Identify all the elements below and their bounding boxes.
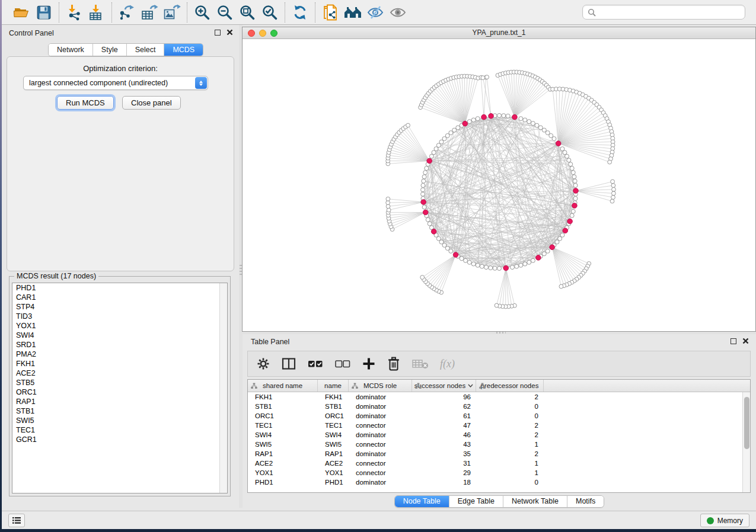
save-session-button[interactable] — [33, 2, 55, 23]
float-panel-icon[interactable] — [215, 30, 221, 36]
task-list-button[interactable] — [8, 514, 25, 527]
delete-columns-button[interactable] — [387, 356, 401, 371]
graph-node[interactable] — [527, 120, 531, 124]
export-image-button[interactable] — [161, 2, 183, 23]
cell-MCDS-role[interactable]: dominator — [349, 402, 412, 411]
graph-node[interactable] — [429, 154, 433, 158]
cell-MCDS-role[interactable]: connector — [349, 440, 412, 449]
mcds-result-list[interactable]: PHD1CAR1STP4TID3YOX1SWI4SRD1PMA2FKH1ACE2… — [12, 283, 228, 493]
result-node-item[interactable]: ACE2 — [12, 368, 227, 378]
table-scrollbar[interactable] — [742, 392, 750, 492]
graph-leaf-node[interactable] — [420, 275, 425, 280]
cell-predecessor-nodes[interactable]: 1 — [476, 468, 544, 477]
graph-node[interactable] — [546, 249, 550, 253]
cell-shared-name[interactable]: RAP1 — [248, 449, 318, 459]
cell-name[interactable]: STB1 — [318, 402, 349, 411]
share-document-button[interactable] — [319, 2, 342, 23]
graph-mcds-hub-node[interactable] — [512, 114, 518, 120]
column-header-shared-name[interactable]: shared name — [248, 380, 318, 392]
table-row[interactable]: TEC1TEC1connector472 — [248, 421, 750, 430]
window-maximize-button[interactable] — [270, 30, 277, 37]
hide-panels-button[interactable] — [364, 2, 387, 23]
result-node-item[interactable]: SWI5 — [12, 416, 227, 425]
graph-node[interactable] — [422, 179, 426, 183]
column-header-successor-nodes[interactable]: successor nodes — [412, 380, 476, 392]
cell-successor-nodes[interactable]: 43 — [412, 440, 476, 449]
cell-successor-nodes[interactable]: 61 — [412, 411, 476, 421]
graph-node[interactable] — [502, 114, 506, 118]
result-node-item[interactable]: SRD1 — [12, 340, 227, 350]
export-table-button[interactable] — [138, 2, 161, 23]
zoom-fit-button[interactable] — [236, 2, 259, 23]
run-mcds-button[interactable]: Run MCDS — [57, 96, 114, 110]
graph-leaf-node[interactable] — [608, 160, 612, 164]
memory-button[interactable]: Memory — [700, 514, 749, 527]
tab-motifs[interactable]: Motifs — [567, 496, 604, 507]
graph-node[interactable] — [471, 262, 476, 266]
network-home-button[interactable] — [342, 2, 364, 23]
graph-leaf-node[interactable] — [406, 123, 410, 127]
graph-node[interactable] — [573, 183, 578, 187]
cell-MCDS-role[interactable]: connector — [349, 468, 412, 477]
graph-node[interactable] — [493, 266, 497, 270]
table-row[interactable]: YOX1YOX1connector291 — [248, 468, 750, 477]
network-window-titlebar[interactable]: YPA_prune.txt_1 — [243, 27, 755, 39]
graph-mcds-hub-node[interactable] — [462, 121, 468, 126]
cell-predecessor-nodes[interactable]: 2 — [476, 449, 544, 459]
graph-node[interactable] — [573, 179, 577, 183]
graph-mcds-hub-node[interactable] — [563, 228, 568, 233]
table-row[interactable]: STB1STB1dominator620 — [248, 402, 750, 411]
cell-successor-nodes[interactable]: 47 — [412, 421, 476, 430]
graph-node[interactable] — [476, 117, 480, 121]
split-table-view-button[interactable] — [281, 357, 296, 371]
graph-node[interactable] — [426, 217, 430, 222]
cell-shared-name[interactable]: TEC1 — [248, 421, 318, 430]
zoom-out-button[interactable] — [213, 2, 236, 23]
window-minimize-button[interactable] — [259, 30, 266, 37]
result-node-item[interactable]: SWI4 — [12, 331, 227, 340]
graph-leaf-node[interactable] — [611, 196, 615, 200]
graph-node[interactable] — [436, 236, 441, 241]
column-settings-button[interactable] — [256, 357, 270, 371]
table-row[interactable]: ACE2ACE2connector311 — [248, 459, 750, 468]
graph-leaf-node[interactable] — [485, 75, 489, 79]
result-node-item[interactable]: YOX1 — [12, 321, 227, 331]
cell-MCDS-role[interactable]: dominator — [349, 477, 412, 487]
graph-node[interactable] — [421, 192, 425, 196]
cell-successor-nodes[interactable]: 18 — [412, 477, 476, 487]
network-canvas[interactable] — [243, 39, 755, 331]
graph-node[interactable] — [423, 171, 428, 175]
zoom-in-button[interactable] — [191, 2, 213, 23]
cell-successor-nodes[interactable]: 29 — [412, 468, 476, 477]
cell-shared-name[interactable]: YOX1 — [248, 468, 318, 477]
select-all-rows-button[interactable] — [307, 357, 324, 371]
graph-node[interactable] — [531, 121, 535, 126]
result-node-item[interactable]: FKH1 — [12, 359, 227, 368]
cell-name[interactable]: YOX1 — [318, 468, 349, 477]
table-row[interactable]: SWI4SWI4dominator462 — [248, 430, 750, 440]
graph-node[interactable] — [560, 147, 564, 151]
cell-shared-name[interactable]: FKH1 — [248, 392, 318, 402]
graph-mcds-hub-node[interactable] — [573, 188, 579, 194]
add-column-button[interactable] — [362, 357, 376, 371]
cell-name[interactable]: ORC1 — [318, 411, 349, 421]
import-table-button[interactable] — [85, 2, 108, 23]
graph-mcds-hub-node[interactable] — [567, 219, 573, 224]
close-panel-icon[interactable] — [742, 338, 749, 344]
graph-leaf-node[interactable] — [387, 208, 391, 212]
graph-node[interactable] — [535, 123, 539, 127]
cell-shared-name[interactable]: SWI4 — [248, 430, 318, 440]
cell-name[interactable]: RAP1 — [318, 449, 349, 459]
column-header-name[interactable]: name — [318, 380, 349, 392]
graph-node[interactable] — [573, 197, 578, 201]
graph-node[interactable] — [471, 118, 476, 122]
scrollbar-thumb[interactable] — [744, 397, 749, 449]
cell-predecessor-nodes[interactable]: 0 — [476, 477, 544, 487]
graph-mcds-hub-node[interactable] — [550, 245, 555, 250]
window-close-button[interactable] — [248, 30, 255, 37]
graph-node[interactable] — [428, 222, 432, 226]
cell-successor-nodes[interactable]: 35 — [412, 449, 476, 459]
graph-node[interactable] — [560, 233, 564, 237]
close-panel-button[interactable]: Close panel — [122, 96, 181, 110]
graph-node[interactable] — [449, 131, 453, 135]
